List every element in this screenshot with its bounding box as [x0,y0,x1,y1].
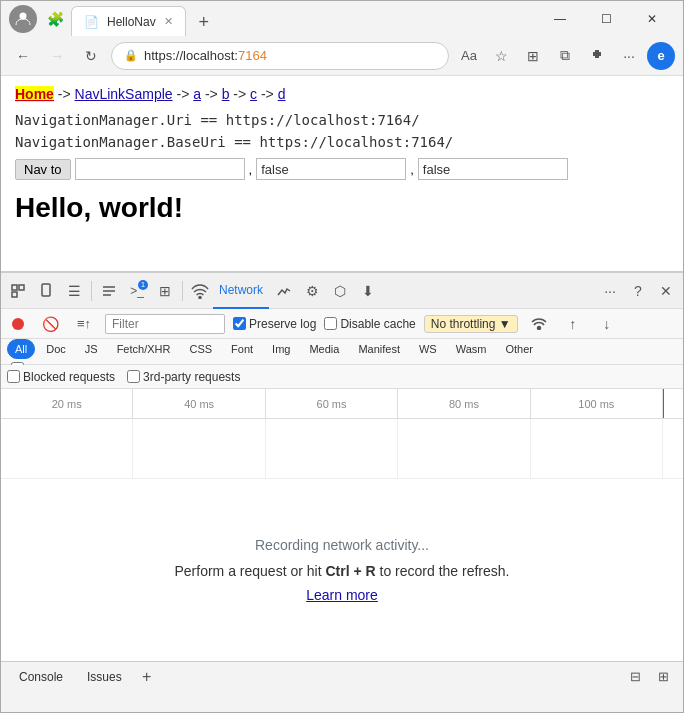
devtools-more-button[interactable]: ··· [597,278,623,304]
blocked-requests-check[interactable] [7,370,20,383]
hello-world-heading: Hello, world! [15,192,669,224]
breadcrumb: Home -> NavLinkSample -> a -> b -> c -> … [15,86,669,102]
breadcrumb-sep2: -> [176,86,193,102]
close-button[interactable]: ✕ [629,4,675,34]
nav-row: Nav to , , [15,158,669,180]
toolbar-divider2 [182,281,183,301]
url-bar[interactable]: 🔒 https://localhost:7164 [111,42,449,70]
collections-icon[interactable]: ⊞ [519,42,547,70]
dock-left-icon[interactable]: ⊟ [623,665,647,689]
favorites-icon[interactable]: ☆ [487,42,515,70]
type-filter-row: All Doc JS Fetch/XHR CSS Font Img Media … [1,339,683,365]
type-doc-button[interactable]: Doc [38,339,74,359]
refresh-button[interactable]: ↻ [77,42,105,70]
type-img-button[interactable]: Img [264,339,298,359]
type-other-button[interactable]: Other [497,339,541,359]
timeline-60ms: 60 ms [266,389,398,418]
throttling-dropdown[interactable]: No throttling ▼ [424,315,518,333]
forward-button[interactable]: → [43,42,71,70]
timeline-80ms: 80 ms [398,389,530,418]
timeline-40ms: 40 ms [133,389,265,418]
performance-tab-icon[interactable] [271,278,297,304]
url-text: https://localhost:7164 [144,48,267,63]
nav-link-sample[interactable]: NavLinkSample [75,86,173,102]
learn-more-link[interactable]: Learn more [306,587,378,603]
tab-favicon: 📄 [84,15,99,29]
browser-window: 🧩 📄 HelloNav ✕ + — ☐ ✕ ← → ↻ 🔒 https://l… [0,0,684,713]
dock-right-icon[interactable]: ⊞ [651,665,675,689]
edge-profile-icon[interactable]: e [647,42,675,70]
upload-icon[interactable]: ↑ [560,311,586,337]
third-party-check[interactable] [127,370,140,383]
network-wifi-icon[interactable] [187,278,213,304]
add-tab-button[interactable]: + [136,666,158,688]
inspect-element-button[interactable] [5,278,31,304]
console-tab-icon[interactable]: >_ 1 [124,278,150,304]
third-party-checkbox[interactable]: 3rd-party requests [127,370,240,384]
extensions-icon[interactable] [583,42,611,70]
read-aloud-icon[interactable]: Aa [455,42,483,70]
breadcrumb-d[interactable]: d [278,86,286,102]
disable-cache-checkbox[interactable]: Disable cache [324,317,415,331]
breadcrumb-sep4: -> [233,86,250,102]
elements-tab-icon[interactable] [96,278,122,304]
breadcrumb-sep3: -> [205,86,222,102]
device-toolbar-button[interactable] [33,278,59,304]
back-button[interactable]: ← [9,42,37,70]
minimize-button[interactable]: — [537,4,583,34]
issues-tab-button[interactable]: Issues [77,664,132,690]
type-css-button[interactable]: CSS [181,339,220,359]
type-ws-button[interactable]: WS [411,339,445,359]
hint-record-text: to record the refresh. [380,563,510,579]
type-manifest-button[interactable]: Manifest [350,339,408,359]
devtools-toolbar: ☰ >_ 1 ⊞ Network ⚙ ⬡ ⬇ [1,273,683,309]
profile-icon[interactable] [9,5,37,33]
download-icon[interactable]: ⬇ [355,278,381,304]
devtools-help-button[interactable]: ? [625,278,651,304]
network-tab-label[interactable]: Network [213,273,269,309]
svg-rect-1 [12,285,17,290]
nav-value2-input[interactable] [418,158,568,180]
type-media-button[interactable]: Media [301,339,347,359]
sidebar-icon[interactable]: ⧉ [551,42,579,70]
url-port: 7164 [238,48,267,63]
breadcrumb-b[interactable]: b [222,86,230,102]
preserve-log-check[interactable] [233,317,246,330]
console-drawer-button[interactable]: ☰ [61,278,87,304]
online-icon[interactable] [526,311,552,337]
nav-separator2: , [410,162,414,177]
filter-input[interactable] [105,314,225,334]
settings-icon[interactable]: ⚙ [299,278,325,304]
extensions-icon[interactable]: 🧩 [43,7,67,31]
nav-value1-input[interactable] [256,158,406,180]
breadcrumb-c[interactable]: c [250,86,257,102]
nav-url-input[interactable] [75,158,245,180]
svg-rect-4 [42,284,50,296]
console-tab-button[interactable]: Console [9,664,73,690]
clear-button[interactable]: 🚫 [37,311,63,337]
type-wasm-button[interactable]: Wasm [448,339,495,359]
preserve-log-checkbox[interactable]: Preserve log [233,317,316,331]
browser-tab[interactable]: 📄 HelloNav ✕ [71,6,186,36]
sources-tab-icon[interactable]: ⊞ [152,278,178,304]
tab-close-button[interactable]: ✕ [164,15,173,28]
type-all-button[interactable]: All [7,339,35,359]
new-tab-button[interactable]: + [190,8,218,36]
record-button[interactable] [7,313,29,335]
maximize-button[interactable]: ☐ [583,4,629,34]
nav-to-button[interactable]: Nav to [15,159,71,180]
bottom-right-icons: ⊟ ⊞ [623,665,675,689]
breadcrumb-a[interactable]: a [193,86,201,102]
blocked-requests-checkbox[interactable]: Blocked requests [7,370,115,384]
type-fetch-xhr-button[interactable]: Fetch/XHR [109,339,179,359]
home-link[interactable]: Home [15,86,54,102]
more-options-button[interactable]: ··· [615,42,643,70]
devtools-close-button[interactable]: ✕ [653,278,679,304]
type-js-button[interactable]: JS [77,339,106,359]
filter-icon[interactable]: ≡↑ [71,311,97,337]
more-tabs-button[interactable]: ⬡ [327,278,353,304]
lock-icon: 🔒 [124,49,138,62]
download-profile-icon[interactable]: ↓ [594,311,620,337]
disable-cache-check[interactable] [324,317,337,330]
type-font-button[interactable]: Font [223,339,261,359]
